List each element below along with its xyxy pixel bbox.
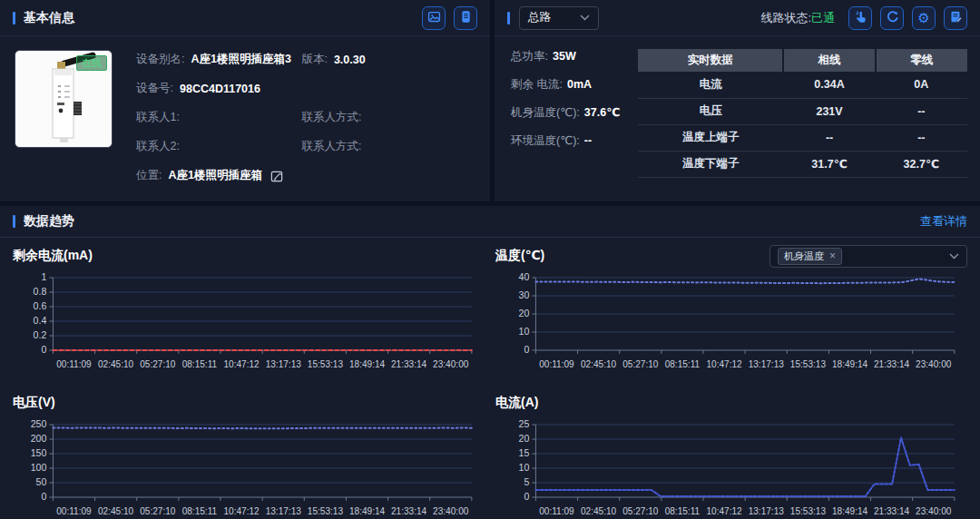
svg-text:21:33:14: 21:33:14	[391, 359, 427, 369]
chevron-down-icon	[580, 15, 590, 21]
charts-grid: 剩余电流(mA)00.20.40.60.8100:11:0902:45:1005…	[0, 238, 980, 519]
device-icon	[459, 10, 473, 25]
svg-text:23:40:00: 23:40:00	[916, 506, 952, 516]
table-row: 温度下端子31.7℃32.7℃	[638, 151, 967, 177]
svg-text:02:45:10: 02:45:10	[581, 506, 617, 516]
svg-text:23:40:00: 23:40:00	[916, 359, 952, 369]
document-edit-icon	[949, 10, 963, 25]
report-edit-button[interactable]	[944, 6, 967, 30]
chart-voltage: 电压(V)05010015020025000:11:0902:45:1005:2…	[13, 388, 485, 519]
table-cell: --	[783, 124, 875, 151]
svg-text:0: 0	[524, 492, 529, 503]
table-cell: 231V	[783, 98, 875, 124]
table-cell: 0A	[876, 72, 967, 98]
stat-label: 机身温度(℃):	[511, 106, 580, 119]
chart-title: 温度(℃)	[495, 248, 544, 264]
field-device-no: 设备号: 98CC4D117016	[136, 81, 301, 96]
svg-text:05:27:10: 05:27:10	[140, 359, 176, 369]
svg-text:21:33:14: 21:33:14	[874, 506, 910, 516]
stat-item: 机身温度(℃):37.6℃	[511, 105, 625, 121]
manual-control-button[interactable]	[848, 6, 872, 30]
svg-text:18:49:14: 18:49:14	[349, 359, 386, 369]
chart-title: 电压(V)	[13, 395, 55, 411]
svg-text:08:15:11: 08:15:11	[182, 359, 218, 369]
field-empty	[301, 81, 475, 96]
basic-info-title: 基本信息	[13, 10, 74, 26]
table-header-cell: 实时数据	[638, 49, 783, 72]
chart-title: 剩余电流(mA)	[13, 248, 93, 264]
settings-button[interactable]: ⚙	[912, 6, 936, 30]
chart-canvas: 01020304000:11:0902:45:1005:27:1008:15:1…	[495, 270, 967, 377]
svg-text:10:47:12: 10:47:12	[706, 359, 742, 369]
trends-title-text: 数据趋势	[24, 213, 74, 230]
view-details-link[interactable]: 查看详情	[920, 213, 967, 230]
svg-text:50: 50	[36, 477, 47, 488]
device-image-button[interactable]	[422, 6, 446, 30]
svg-text:18:49:14: 18:49:14	[832, 506, 868, 516]
gear-icon: ⚙	[917, 11, 929, 24]
temperature-series-select[interactable]: 机身温度×	[769, 245, 967, 268]
svg-text:05:27:10: 05:27:10	[622, 359, 659, 369]
table-cell: 温度下端子	[638, 151, 783, 177]
stat-label: 环境温度(℃):	[511, 134, 580, 147]
svg-text:10:47:12: 10:47:12	[706, 506, 742, 516]
device-photo: 在线	[15, 50, 113, 148]
stat-item: 剩余 电流:0mA	[511, 77, 625, 93]
chart-canvas: 05010015020025000:11:0902:45:1005:27:100…	[13, 417, 485, 519]
basic-info-panel: 基本信息	[0, 0, 490, 201]
chart-temperature: 温度(℃)机身温度×01020304000:11:0902:45:1005:27…	[495, 241, 967, 377]
chevron-down-icon	[949, 253, 959, 260]
table-cell: 电流	[638, 72, 783, 98]
svg-text:0: 0	[524, 345, 529, 356]
chart-residual-current: 剩余电流(mA)00.20.40.60.8100:11:0902:45:1005…	[13, 241, 485, 377]
stat-value: 0mA	[567, 78, 592, 91]
svg-text:23:40:00: 23:40:00	[433, 506, 469, 516]
svg-text:250: 250	[31, 419, 47, 430]
svg-text:21:33:14: 21:33:14	[391, 506, 427, 516]
svg-text:05:27:10: 05:27:10	[140, 506, 176, 516]
edit-location-icon[interactable]	[270, 170, 283, 182]
field-contact-method1: 联系人方式:	[301, 110, 475, 125]
svg-text:23:40:00: 23:40:00	[433, 359, 469, 369]
realtime-data-table: 实时数据相线零线 电流0.34A0A电压231V--温度上端子----温度下端子…	[638, 49, 967, 178]
svg-text:40: 40	[519, 272, 530, 283]
svg-text:0.4: 0.4	[34, 316, 47, 327]
svg-text:00:11:09: 00:11:09	[56, 359, 92, 369]
svg-text:21:33:14: 21:33:14	[874, 359, 910, 369]
chart-canvas: 00.20.40.60.8100:11:0902:45:1005:27:1008…	[13, 270, 485, 377]
table-row: 电流0.34A0A	[638, 72, 967, 98]
circuit-select-value: 总路	[528, 10, 551, 25]
basic-info-title-text: 基本信息	[24, 10, 74, 26]
svg-text:02:45:10: 02:45:10	[581, 359, 617, 369]
line-status-label: 线路状态:	[760, 11, 811, 24]
table-cell: 31.7℃	[783, 151, 875, 177]
stat-item: 环境温度(℃):--	[511, 133, 625, 149]
table-row: 温度上端子----	[638, 124, 967, 151]
line-status-value: 已通	[811, 11, 835, 24]
data-trends-panel: 数据趋势 查看详情 剩余电流(mA)00.20.40.60.8100:11:09…	[0, 206, 980, 519]
circuit-select[interactable]: 总路	[519, 6, 599, 30]
top-section: 基本信息	[0, 0, 980, 201]
refresh-button[interactable]	[880, 6, 904, 30]
line-panel: 总路 线路状态:已通	[495, 0, 980, 201]
device-detail-button[interactable]	[454, 6, 477, 30]
table-cell: 温度上端子	[638, 124, 783, 151]
field-contact-method2: 联系人方式:	[301, 139, 475, 154]
touch-hand-icon	[854, 10, 867, 25]
tag-label: 机身温度	[784, 250, 824, 263]
selected-series-tag: 机身温度×	[778, 248, 842, 265]
device-fields: 设备别名: A座1楼照明插座箱3 版本: 3.0.30 设备号: 98CC4D1…	[136, 50, 475, 183]
svg-text:13:17:13: 13:17:13	[266, 506, 302, 516]
svg-text:15:53:13: 15:53:13	[308, 506, 344, 516]
svg-text:20: 20	[519, 434, 530, 445]
svg-text:10: 10	[519, 463, 530, 474]
field-contact2: 联系人2:	[136, 139, 301, 154]
tag-close-icon[interactable]: ×	[829, 250, 836, 262]
table-cell: 0.34A	[783, 72, 875, 98]
online-status-badge: 在线	[76, 55, 107, 71]
svg-text:08:15:11: 08:15:11	[665, 359, 701, 369]
stat-value: 35W	[553, 50, 576, 63]
table-row: 电压231V--	[638, 98, 967, 124]
section-accent-bar	[13, 215, 15, 228]
stat-label: 总功率:	[511, 50, 548, 63]
